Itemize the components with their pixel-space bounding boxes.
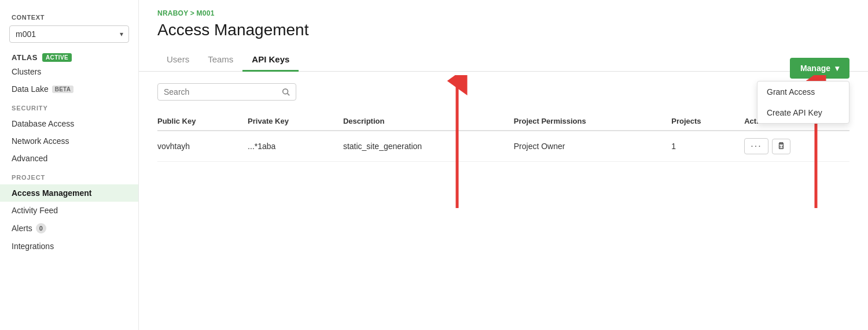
tab-users[interactable]: Users [157,49,198,72]
sidebar-item-label: Data Lake [12,84,49,94]
alert-count-badge: 0 [36,223,46,233]
sidebar-item-label: Clusters [12,67,41,76]
sidebar-item-label: Alerts [12,224,32,233]
sidebar-item-activity-feed[interactable]: Activity Feed [0,202,138,219]
active-badge: ACTIVE [42,53,72,62]
sidebar-item-database-access[interactable]: Database Access [0,115,138,132]
svg-line-1 [288,94,290,96]
api-keys-table: Public Key Private Key Description Proje… [157,112,849,162]
col-private-key: Private Key [248,112,343,131]
search-icon[interactable] [282,88,290,96]
tab-teams[interactable]: Teams [198,49,242,72]
context-select-wrapper[interactable]: m001 [9,25,129,43]
cell-actions: ··· [744,131,849,162]
sidebar-item-label: Advanced [12,154,47,163]
actions-cell: ··· [744,138,843,154]
svg-rect-2 [779,144,783,149]
breadcrumb: NRABOY > M001 [157,9,849,17]
col-public-key: Public Key [157,112,248,131]
tab-api-keys[interactable]: API Keys [242,49,299,72]
sidebar-item-label: Database Access [12,119,74,128]
table-row: vovhtayh ...*1aba static_site_generation… [157,131,849,162]
beta-badge: BETA [52,86,73,93]
sidebar-item-advanced[interactable]: Advanced [0,150,138,167]
dropdown-create-api-key[interactable]: Create API Key [757,102,849,123]
context-select[interactable]: m001 [9,25,129,43]
table-header-row: Public Key Private Key Description Proje… [157,112,849,131]
sidebar-item-clusters[interactable]: Clusters [0,63,138,80]
sidebar-item-data-lake[interactable]: Data Lake BETA [0,80,138,98]
sidebar-item-label: Network Access [12,136,69,146]
sidebar-item-network-access[interactable]: Network Access [0,132,138,150]
chevron-down-icon: ▾ [835,64,839,73]
manage-button[interactable]: Manage ▾ [790,58,849,79]
sidebar-item-label: Access Management [12,188,92,198]
sidebar-item-label: Activity Feed [12,206,58,215]
page-title: Access Management [157,21,849,39]
more-options-button[interactable]: ··· [744,138,768,154]
manage-dropdown: Grant Access Create API Key [757,81,849,124]
search-bar[interactable] [157,83,296,101]
main-content: NRABOY > M001 Access Management Users Te… [139,0,868,330]
cell-private-key: ...*1aba [248,131,343,162]
sidebar-item-access-management[interactable]: Access Management [0,184,138,202]
cell-projects: 1 [671,131,744,162]
project-section-label: PROJECT [0,167,138,184]
tabs-row: Users Teams API Keys Manage ▾ Grant Acce… [139,49,868,72]
col-description: Description [343,112,514,131]
atlas-label: ATLAS [12,53,38,62]
cell-public-key: vovhtayh [157,131,248,162]
manage-button-label: Manage [800,64,830,73]
sidebar: CONTEXT m001 ATLAS ACTIVE Clusters Data … [0,0,139,330]
main-header: NRABOY > M001 Access Management [139,0,868,49]
delete-button[interactable] [772,139,790,154]
sidebar-item-integrations[interactable]: Integrations [0,238,138,255]
search-input[interactable] [164,87,282,97]
context-label: CONTEXT [0,9,138,23]
svg-point-0 [283,89,288,94]
col-project-permissions: Project Permissions [514,112,672,131]
atlas-row: ATLAS ACTIVE [0,50,138,63]
dropdown-grant-access[interactable]: Grant Access [757,81,849,102]
trash-icon [777,142,785,151]
sidebar-item-alerts[interactable]: Alerts 0 [0,219,138,238]
security-section-label: SECURITY [0,98,138,115]
manage-area: Manage ▾ Grant Access Create API Key [790,58,849,79]
col-projects: Projects [671,112,744,131]
cell-description: static_site_generation [343,131,514,162]
sidebar-item-label: Integrations [12,242,54,251]
cell-project-permissions: Project Owner [514,131,672,162]
